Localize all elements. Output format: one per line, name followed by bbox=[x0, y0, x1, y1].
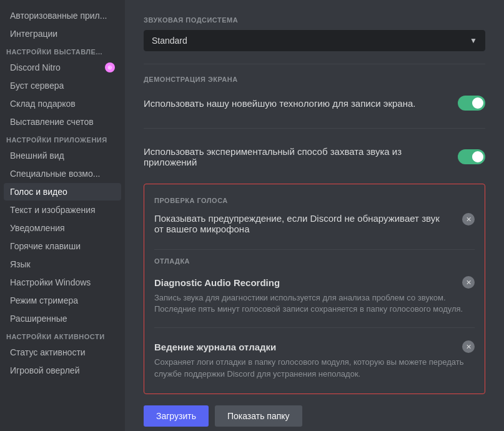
toggle1[interactable] bbox=[458, 96, 485, 111]
debug-label: ОТЛАДКА bbox=[154, 257, 475, 265]
toggle2-track bbox=[458, 149, 485, 164]
screen-demo-section: ДЕМОНСТРАЦИЯ ЭКРАНА Использовать нашу но… bbox=[144, 76, 485, 174]
screen-demo-label: ДЕМОНСТРАЦИЯ ЭКРАНА bbox=[144, 76, 485, 83]
voice-check-label: ПРОВЕРКА ГОЛОСА bbox=[154, 197, 475, 204]
toggle1-thumb bbox=[472, 97, 483, 109]
dropdown-value: Standard bbox=[152, 36, 187, 46]
debug-item-1-close-button[interactable]: ✕ bbox=[462, 276, 475, 289]
audio-subsystem-section: ЗВУКОВАЯ ПОДСИСТЕМА Standard ▼ bbox=[144, 16, 485, 51]
sidebar-item-game-overlay[interactable]: Игровой оверлей bbox=[4, 362, 121, 379]
debug-divider-1 bbox=[154, 249, 475, 250]
sidebar-item-billing[interactable]: Выставление счетов bbox=[4, 113, 121, 131]
sidebar-item-advanced[interactable]: Расширенные bbox=[4, 310, 121, 327]
sidebar: Авторизованные прил... Интеграции НАСТРО… bbox=[0, 0, 125, 431]
voice-check-row: Показывать предупреждение, если Discord … bbox=[154, 211, 475, 242]
section-label-activity-settings: НАСТРОЙКИ АКТИВНОСТИ bbox=[0, 328, 125, 343]
show-folder-button[interactable]: Показать папку bbox=[215, 405, 302, 427]
debug-item-2-desc: Сохраняет логи отладки в папку голосовог… bbox=[154, 357, 475, 379]
audio-subsystem-dropdown[interactable]: Standard ▼ bbox=[144, 30, 485, 51]
toggle2[interactable] bbox=[458, 149, 485, 164]
divider-1 bbox=[144, 64, 485, 64]
main-content: ЗВУКОВАЯ ПОДСИСТЕМА Standard ▼ ДЕМОНСТРА… bbox=[125, 0, 504, 431]
voice-check-warning: Показывать предупреждение, если Discord … bbox=[154, 213, 462, 234]
sidebar-item-discord-nitro[interactable]: Discord Nitro ⊛ bbox=[4, 59, 121, 76]
debug-divider-2 bbox=[154, 327, 475, 328]
debug-item-2-header: Ведение журнала отладки ✕ bbox=[154, 340, 475, 353]
sidebar-item-text-images[interactable]: Текст и изображения bbox=[4, 201, 121, 219]
debug-item-1-desc: Запись звука для диагностики используетс… bbox=[154, 292, 475, 315]
bordered-section: ПРОВЕРКА ГОЛОСА Показывать предупреждени… bbox=[144, 184, 485, 394]
debug-item-2: Ведение журнала отладки ✕ Сохраняет логи… bbox=[154, 335, 475, 384]
upload-button[interactable]: Загрузить bbox=[144, 405, 209, 427]
sidebar-item-voice-video[interactable]: Голос и видео bbox=[4, 183, 121, 201]
debug-item-1-header: Diagnostic Audio Recording ✕ bbox=[154, 276, 475, 289]
sidebar-item-keybinds[interactable]: Горячие клавиши bbox=[4, 237, 121, 255]
sidebar-item-windows-settings[interactable]: Настройки Windows bbox=[4, 274, 121, 291]
sidebar-item-language[interactable]: Язык bbox=[4, 255, 121, 273]
voice-check-close-button[interactable]: ✕ bbox=[462, 213, 475, 225]
audio-subsystem-label: ЗВУКОВАЯ ПОДСИСТЕМА bbox=[144, 16, 485, 24]
toggle1-track bbox=[458, 96, 485, 111]
sidebar-item-notifications[interactable]: Уведомления bbox=[4, 219, 121, 237]
toggle2-thumb bbox=[472, 151, 483, 162]
debug-item-2-title: Ведение журнала отладки bbox=[154, 342, 276, 352]
debug-item-2-close-button[interactable]: ✕ bbox=[462, 340, 475, 353]
toggle-row-2: Использовать экспериментальный способ за… bbox=[144, 140, 485, 174]
section-label-billing: НАСТРОЙКИ ВЫСТАВЛЕ... bbox=[0, 43, 125, 58]
sidebar-item-server-boost[interactable]: Буст сервера bbox=[4, 77, 121, 94]
chevron-down-icon: ▼ bbox=[470, 36, 477, 45]
sidebar-item-authorized-apps[interactable]: Авторизованные прил... bbox=[4, 7, 121, 24]
divider-2 bbox=[144, 128, 485, 129]
debug-item-1: Diagnostic Audio Recording ✕ Запись звук… bbox=[154, 271, 475, 320]
section-label-app-settings: НАСТРОЙКИ ПРИЛОЖЕНИЯ bbox=[0, 131, 125, 146]
sidebar-item-accessibility[interactable]: Специальные возмо... bbox=[4, 165, 121, 182]
debug-buttons-row: Загрузить Показать папку bbox=[144, 405, 485, 427]
sidebar-item-appearance[interactable]: Внешний вид bbox=[4, 147, 121, 164]
sidebar-item-gift-inventory[interactable]: Склад подарков bbox=[4, 95, 121, 112]
sidebar-item-streamer-mode[interactable]: Режим стримера bbox=[4, 292, 121, 309]
toggle2-label: Использовать экспериментальный способ за… bbox=[144, 146, 458, 167]
toggle1-label: Использовать нашу новейшую технологию дл… bbox=[144, 98, 458, 109]
nitro-icon: ⊛ bbox=[105, 62, 115, 72]
sidebar-item-integrations[interactable]: Интеграции bbox=[4, 25, 121, 42]
toggle-row-1: Использовать нашу новейшую технологию дл… bbox=[144, 89, 485, 117]
debug-item-1-title: Diagnostic Audio Recording bbox=[154, 277, 280, 288]
sidebar-item-activity-status[interactable]: Статус активности bbox=[4, 344, 121, 361]
